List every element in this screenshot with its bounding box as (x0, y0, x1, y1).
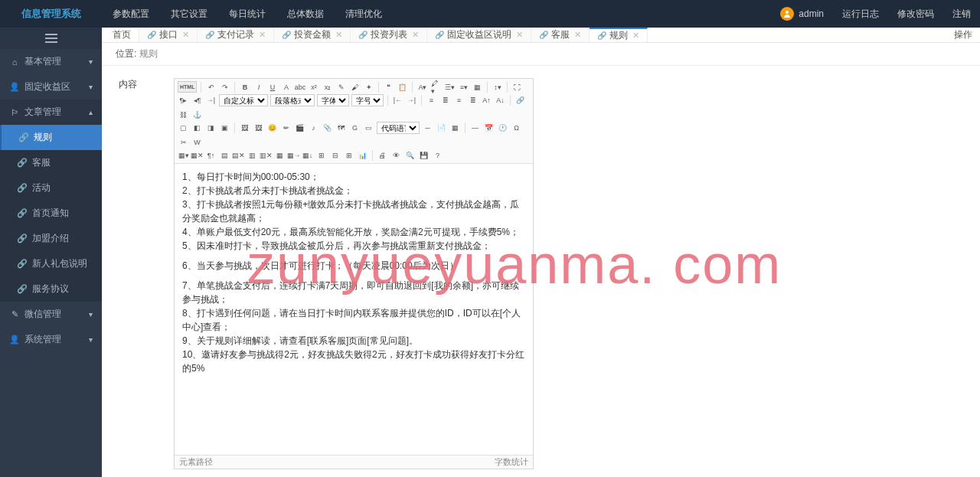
para-format-select[interactable]: 段落格式 (270, 94, 315, 106)
splitcols-button[interactable]: ⊞ (343, 149, 354, 161)
redo-button[interactable]: ↷ (219, 81, 230, 93)
music-button[interactable]: ♪ (308, 123, 319, 134)
topnav-item[interactable]: 参数配置 (102, 0, 160, 28)
tab[interactable]: 🔗规则✕ (590, 28, 648, 42)
chart-button[interactable]: 📊 (357, 149, 368, 161)
close-icon[interactable]: ✕ (632, 31, 639, 41)
tolowercase-button[interactable]: A↓ (495, 95, 506, 106)
deletecol-button[interactable]: ▥✕ (260, 149, 272, 161)
bold-button[interactable]: B (239, 81, 250, 93)
insertrow-button[interactable]: ▤ (219, 149, 230, 161)
tab[interactable]: 🔗客服✕ (531, 28, 590, 42)
topright-link[interactable]: 修改密码 (888, 0, 943, 28)
mergecells-button[interactable]: ▦ (274, 149, 286, 161)
snapscreen-button[interactable]: ✂ (178, 136, 189, 148)
close-icon[interactable]: ✕ (182, 30, 189, 40)
mergedown-button[interactable]: ▦↓ (302, 149, 313, 161)
indent-button[interactable]: →| (205, 95, 217, 106)
pagebreak-button[interactable]: ─ (422, 123, 433, 134)
align-justify-button[interactable]: ≣ (467, 95, 479, 106)
frame-button[interactable]: ▭ (363, 123, 374, 134)
font-size-select[interactable]: 字号 (351, 94, 384, 106)
sidebar-item[interactable]: 🔗服务协议 (0, 276, 102, 302)
ol-button[interactable]: ☰▾ (444, 81, 456, 93)
drafts-button[interactable]: 💾 (418, 149, 430, 161)
custom-title-select[interactable]: 自定义标题 (219, 94, 268, 106)
font-family-select[interactable]: 字体 (317, 94, 349, 106)
sidebar-item[interactable]: 🔗加盟介绍 (0, 226, 102, 251)
editor-content[interactable]: 1、每日打卡时间为00:00-05:30；2、打卡挑战者瓜分未打卡挑战者挑战金；… (175, 164, 533, 455)
template-button[interactable]: 📄 (436, 123, 447, 134)
image-left-button[interactable]: ◧ (191, 123, 203, 134)
underline-button[interactable]: U (266, 81, 278, 93)
image-right-button[interactable]: ◨ (205, 123, 217, 134)
fullscreen-button[interactable]: ⛶ (511, 81, 523, 93)
sidebar-item[interactable]: 👤系统管理▾ (0, 327, 102, 352)
topright-link[interactable]: 注销 (943, 0, 980, 28)
preview-button[interactable]: 👁 (390, 149, 402, 161)
topnav-item[interactable]: 清理优化 (335, 0, 393, 28)
search-button[interactable]: 🔍 (404, 149, 416, 161)
subscript-button[interactable]: x₂ (322, 81, 333, 93)
ltr-button[interactable]: ¶▸ (178, 95, 189, 106)
insertcol-button[interactable]: ▥ (247, 149, 258, 161)
align-center-button[interactable]: ≣ (439, 95, 451, 106)
outdent-button[interactable]: |← (392, 95, 403, 106)
sidebar-item[interactable]: ⌂基本管理▾ (0, 49, 102, 74)
hr-button[interactable]: — (469, 123, 481, 134)
scrawl-button[interactable]: ✏ (280, 123, 292, 134)
spechars-button[interactable]: Ω (511, 123, 522, 134)
tab[interactable]: 🔗接口✕ (139, 28, 198, 42)
touppercase-button[interactable]: A↑ (481, 95, 492, 106)
rtl-button[interactable]: ◂¶ (191, 95, 203, 106)
quote-button[interactable]: ❝ (383, 81, 394, 93)
forecolor-button[interactable]: A▾ (416, 81, 428, 93)
link-button[interactable]: 🔗 (514, 95, 526, 106)
sidebar-item[interactable]: 🏳文章管理▴ (0, 100, 102, 125)
tab[interactable]: 首页 (105, 28, 139, 42)
sidebar-item[interactable]: 🔗客服 (0, 150, 102, 175)
unlink-button[interactable]: ⛓ (178, 109, 189, 120)
sidebar-item[interactable]: 🔗首页通知 (0, 201, 102, 226)
paste-plain-button[interactable]: 📋 (397, 81, 408, 93)
autotype-button[interactable]: ✦ (363, 81, 374, 93)
deletetable-button[interactable]: ▦✕ (191, 149, 203, 161)
format-brush-button[interactable]: 🖌 (349, 81, 361, 93)
clear-format-button[interactable]: ✎ (335, 81, 347, 93)
table-button[interactable]: ▦▾ (178, 149, 189, 161)
close-icon[interactable]: ✕ (412, 30, 419, 40)
backcolor-button[interactable]: 🖍▾ (430, 81, 442, 93)
topright-link[interactable]: 运行日志 (833, 0, 888, 28)
sidebar-item[interactable]: 🔗活动 (0, 175, 102, 201)
insert-multi-image-button[interactable]: 🖼 (253, 123, 264, 134)
sidebar-toggle[interactable] (0, 28, 102, 49)
close-icon[interactable]: ✕ (574, 30, 581, 40)
tab[interactable]: 🔗投资列表✕ (351, 28, 427, 42)
anchor-button[interactable]: ⚓ (191, 109, 203, 120)
tab[interactable]: 🔗投资金额✕ (274, 28, 351, 42)
ul-button[interactable]: ≡▾ (458, 81, 469, 93)
wordimage-button[interactable]: W (191, 136, 203, 148)
insert-image-button[interactable]: 🖼 (239, 123, 250, 134)
time-button[interactable]: 🕐 (497, 123, 508, 134)
html-source-button[interactable]: HTML (178, 81, 197, 93)
sidebar-item[interactable]: 🔗规则 (0, 125, 102, 150)
tab[interactable]: 🔗支付记录✕ (198, 28, 274, 42)
topnav-item[interactable]: 其它设置 (160, 0, 218, 28)
splitcells-button[interactable]: ⊞ (315, 149, 327, 161)
close-icon[interactable]: ✕ (516, 30, 523, 40)
image-center-button[interactable]: ▣ (219, 123, 230, 134)
sidebar-item[interactable]: 🔗新人礼包说明 (0, 251, 102, 276)
topnav-item[interactable]: 每日统计 (218, 0, 276, 28)
row-space-button[interactable]: ↕▾ (492, 81, 503, 93)
tab[interactable]: 🔗固定收益区说明✕ (427, 28, 531, 42)
mergeright-button[interactable]: ▦→ (288, 149, 299, 161)
selectall-button[interactable]: ▦ (472, 81, 483, 93)
attachment-button[interactable]: 📎 (322, 123, 333, 134)
map-button[interactable]: 🗺 (335, 123, 347, 134)
topnav-item[interactable]: 总体数据 (276, 0, 335, 28)
italic-button[interactable]: I (253, 81, 264, 93)
date-button[interactable]: 📅 (483, 123, 495, 134)
superscript-button[interactable]: x² (308, 81, 319, 93)
close-icon[interactable]: ✕ (335, 30, 342, 40)
